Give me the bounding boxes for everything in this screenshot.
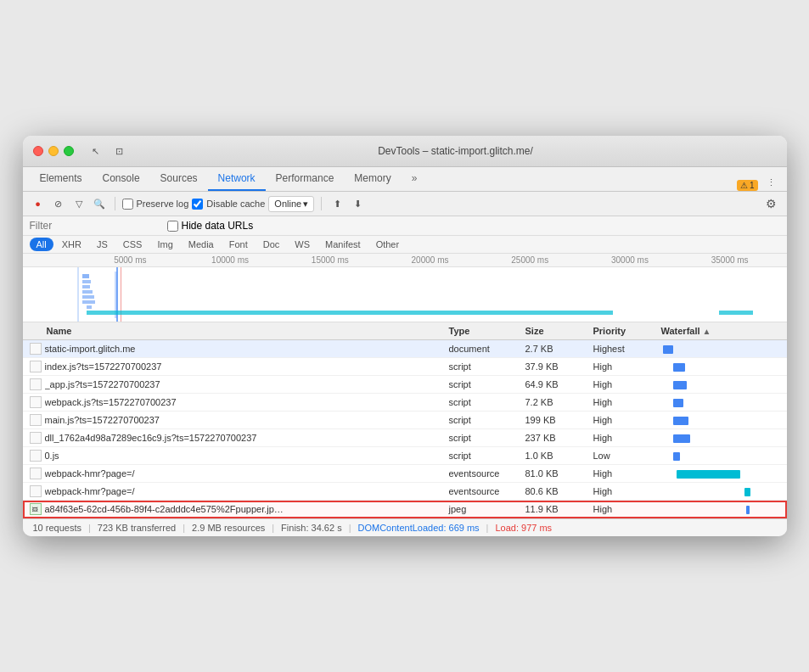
type-btn-other[interactable]: Other bbox=[369, 238, 407, 251]
type-btn-css[interactable]: CSS bbox=[116, 238, 149, 251]
col-header-priority: Priority bbox=[593, 326, 661, 336]
row-priority-1: High bbox=[593, 361, 661, 372]
row-waterfall-2 bbox=[661, 379, 763, 389]
table-row[interactable]: webpack.js?ts=1572270700237 script 7.2 K… bbox=[23, 394, 787, 412]
warning-badge[interactable]: ⚠ 1 bbox=[737, 180, 758, 191]
doc-icon bbox=[30, 414, 42, 426]
requests-count: 10 requests bbox=[33, 523, 81, 533]
hide-data-urls-checkbox[interactable] bbox=[167, 221, 178, 232]
svg-rect-3 bbox=[82, 285, 90, 288]
row-type-8: eventsource bbox=[449, 486, 525, 496]
tab-sources[interactable]: Sources bbox=[150, 167, 208, 191]
clear-button[interactable]: ⊘ bbox=[50, 195, 67, 212]
svg-rect-5 bbox=[82, 295, 94, 299]
status-bar: 10 requests | 723 KB transferred | 2.9 M… bbox=[23, 518, 787, 536]
svg-rect-9 bbox=[719, 311, 753, 315]
tab-elements[interactable]: Elements bbox=[30, 167, 93, 191]
maximize-button[interactable] bbox=[64, 146, 74, 156]
waterfall-bar bbox=[673, 417, 688, 425]
tab-network[interactable]: Network bbox=[208, 167, 266, 191]
minimize-button[interactable] bbox=[48, 146, 59, 156]
type-btn-media[interactable]: Media bbox=[182, 238, 221, 251]
separator-2 bbox=[321, 197, 322, 210]
preserve-log-checkbox[interactable] bbox=[122, 199, 133, 210]
type-btn-manifest[interactable]: Manifest bbox=[318, 238, 368, 251]
ruler-mark-5: 25000 ms bbox=[480, 255, 580, 265]
type-btn-font[interactable]: Font bbox=[222, 238, 255, 251]
sep-2: | bbox=[183, 523, 185, 533]
close-button[interactable] bbox=[33, 146, 43, 156]
throttle-select[interactable]: Online ▾ bbox=[268, 196, 314, 212]
title-bar: ↖ ⊡ DevTools – static-import.glitch.me/ bbox=[23, 136, 787, 167]
row-name-0: static-import.glitch.me bbox=[30, 343, 449, 355]
table-row[interactable]: main.js?ts=1572270700237 script 199 KB H… bbox=[23, 412, 787, 429]
more-options-button[interactable]: ⋮ bbox=[763, 174, 780, 191]
disable-cache-label[interactable]: Disable cache bbox=[192, 199, 265, 210]
row-size-7: 81.0 KB bbox=[525, 468, 593, 479]
doc-icon bbox=[30, 378, 42, 390]
table-row[interactable]: static-import.glitch.me document 2.7 KB … bbox=[23, 340, 787, 358]
row-waterfall-4 bbox=[661, 415, 763, 425]
row-waterfall-3 bbox=[661, 397, 763, 407]
row-type-4: script bbox=[449, 415, 525, 425]
table-row[interactable]: _app.js?ts=1572270700237 script 64.9 KB … bbox=[23, 376, 787, 394]
table-row[interactable]: dll_1762a4d98a7289ec16c9.js?ts=157227070… bbox=[23, 429, 787, 447]
hide-data-urls-label: Hide data URLs bbox=[182, 220, 254, 232]
table-area: Name Type Size Priority Waterfall ▲ stat… bbox=[23, 322, 787, 518]
col-header-extra bbox=[763, 326, 780, 336]
table-row[interactable]: index.js?ts=1572270700237 script 37.9 KB… bbox=[23, 358, 787, 376]
download-button[interactable]: ⬇ bbox=[349, 195, 366, 212]
waterfall-bar bbox=[663, 345, 673, 354]
filter-button[interactable]: ▽ bbox=[70, 195, 87, 212]
svg-rect-2 bbox=[82, 280, 91, 283]
row-size-2: 64.9 KB bbox=[525, 379, 593, 389]
svg-rect-7 bbox=[87, 305, 92, 309]
waterfall-bar bbox=[677, 470, 740, 479]
type-btn-all[interactable]: All bbox=[30, 238, 53, 251]
disable-cache-checkbox[interactable] bbox=[192, 199, 203, 210]
row-type-1: script bbox=[449, 361, 525, 372]
table-row[interactable]: webpack-hmr?page=/ eventsource 80.6 KB H… bbox=[23, 483, 787, 501]
filter-input[interactable] bbox=[30, 220, 157, 232]
tab-memory[interactable]: Memory bbox=[344, 167, 401, 191]
row-size-1: 37.9 KB bbox=[525, 361, 593, 372]
row-name-9: 🖼 a84f63e5-62cd-456b-89f4-c2adddc4e575%2… bbox=[30, 503, 449, 515]
inspect-button[interactable]: ⊡ bbox=[111, 143, 128, 160]
row-waterfall-9 bbox=[661, 504, 763, 514]
devtools-window: ↖ ⊡ DevTools – static-import.glitch.me/ … bbox=[23, 136, 787, 536]
table-row-highlighted[interactable]: 🖼 a84f63e5-62cd-456b-89f4-c2adddc4e575%2… bbox=[23, 501, 787, 518]
row-size-5: 237 KB bbox=[525, 433, 593, 443]
row-type-0: document bbox=[449, 344, 525, 354]
sep-5: | bbox=[486, 523, 489, 533]
tab-more[interactable]: » bbox=[402, 167, 428, 191]
type-btn-xhr[interactable]: XHR bbox=[55, 238, 88, 251]
doc-icon bbox=[30, 468, 42, 479]
row-waterfall-6 bbox=[661, 451, 763, 461]
type-btn-img[interactable]: Img bbox=[150, 238, 179, 251]
row-waterfall-8 bbox=[661, 486, 763, 496]
row-size-8: 80.6 KB bbox=[525, 486, 593, 496]
row-type-7: eventsource bbox=[449, 468, 525, 479]
doc-icon bbox=[30, 432, 42, 444]
cursor-tool-button[interactable]: ↖ bbox=[87, 143, 104, 160]
record-button[interactable]: ● bbox=[30, 195, 47, 212]
tab-console[interactable]: Console bbox=[93, 167, 150, 191]
svg-rect-6 bbox=[82, 300, 95, 304]
settings-button[interactable]: ⚙ bbox=[763, 195, 780, 212]
search-button[interactable]: 🔍 bbox=[91, 195, 108, 212]
type-btn-ws[interactable]: WS bbox=[288, 238, 317, 251]
row-name-7: webpack-hmr?page=/ bbox=[30, 468, 449, 479]
preserve-log-label[interactable]: Preserve log bbox=[122, 199, 189, 210]
type-btn-doc[interactable]: Doc bbox=[256, 238, 287, 251]
table-row[interactable]: 0.js script 1.0 KB Low bbox=[23, 447, 787, 465]
type-btn-js[interactable]: JS bbox=[90, 238, 115, 251]
traffic-lights bbox=[33, 146, 74, 156]
upload-button[interactable]: ⬆ bbox=[329, 195, 346, 212]
row-name-8: webpack-hmr?page=/ bbox=[30, 485, 449, 497]
row-size-4: 199 KB bbox=[525, 415, 593, 425]
dom-content-loaded: DOMContentLoaded: 669 ms bbox=[358, 523, 480, 533]
ruler-mark-1: 5000 ms bbox=[81, 255, 181, 265]
col-header-size: Size bbox=[525, 326, 593, 336]
tab-performance[interactable]: Performance bbox=[266, 167, 345, 191]
table-row[interactable]: webpack-hmr?page=/ eventsource 81.0 KB H… bbox=[23, 465, 787, 483]
